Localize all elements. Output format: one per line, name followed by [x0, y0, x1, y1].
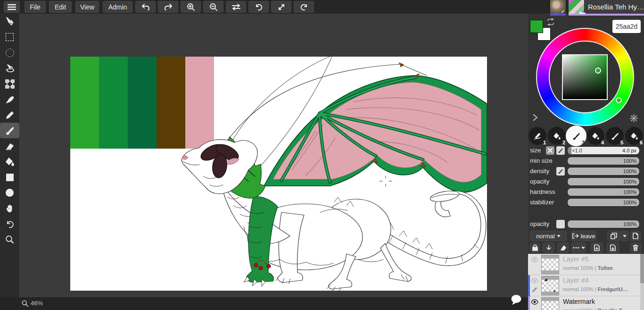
duplicate-layer-button[interactable]	[607, 231, 620, 241]
reset-rotation-button[interactable]	[294, 1, 314, 13]
min-size-value: 100%	[623, 158, 636, 164]
duplicate-options-button[interactable]	[620, 231, 628, 241]
swap-colors-icon[interactable]	[546, 18, 555, 25]
merge-down-button[interactable]	[543, 243, 554, 253]
chevron-down-icon	[581, 247, 585, 249]
layer-row-4[interactable]: Layer #4 normal 100% | FredgurlU…	[528, 275, 644, 296]
tool-fill[interactable]	[0, 154, 19, 169]
user-name-bar[interactable]: Rosellia Teh Hy…	[585, 0, 644, 14]
bucket-pen-icon	[591, 132, 600, 141]
brush-icon	[572, 132, 581, 141]
menu-view[interactable]: View	[75, 1, 99, 13]
hue-picker-dot[interactable]	[616, 97, 622, 103]
zoom-in-button[interactable]	[181, 1, 201, 13]
collaborator-avatar[interactable]: ✓	[550, 0, 566, 16]
tool-zoom[interactable]	[0, 232, 19, 247]
layer-name: Layer #4	[563, 276, 588, 284]
stabilizer-row: stabilizer 100%	[528, 198, 644, 207]
tool-move[interactable]	[0, 14, 19, 29]
min-size-label: min size	[530, 157, 553, 164]
layer-opacity-toggle[interactable]	[556, 220, 565, 228]
layer-list-scrollbar[interactable]	[640, 254, 644, 310]
brush-slot-4[interactable]: 4	[586, 127, 604, 145]
top-toolbar: File Edit View Admin	[0, 0, 644, 14]
brush-slot-1[interactable]: 1	[528, 127, 546, 145]
stabilizer-slider[interactable]: 100%	[567, 198, 640, 207]
brush-slot-3[interactable]: 3	[567, 127, 585, 145]
tool-lasso[interactable]	[0, 60, 19, 76]
layer-accent-bar	[528, 275, 530, 296]
tool-circle[interactable]	[0, 185, 19, 201]
menu-edit[interactable]: Edit	[49, 1, 72, 13]
brush-slot-2[interactable]: 2	[548, 127, 566, 145]
zoom-out-button[interactable]	[203, 1, 223, 13]
hardness-slider[interactable]: 100%	[567, 188, 640, 196]
collapse-panel-button[interactable]	[532, 114, 538, 123]
size-slider[interactable]: ×1.0 4.0 px	[567, 146, 640, 155]
brush-slot-5[interactable]: 5	[606, 127, 624, 145]
sv-picker-dot[interactable]	[595, 67, 601, 74]
drawing-canvas[interactable]	[70, 57, 487, 291]
menu-file[interactable]: File	[25, 1, 46, 13]
brush-cursor-crosshair	[380, 176, 392, 186]
tool-pan[interactable]	[0, 201, 19, 216]
clear-layer-button[interactable]	[557, 243, 569, 253]
rotate-ccw-button[interactable]	[248, 1, 269, 13]
delete-layer-button[interactable]	[630, 243, 641, 253]
layer-thumbnail	[541, 255, 559, 274]
density-pressure-toggle[interactable]	[556, 167, 565, 176]
fit-zoom-button[interactable]	[271, 1, 291, 13]
hamburger-menu-button[interactable]	[4, 1, 20, 13]
bucket-pen-icon	[630, 132, 639, 141]
layer-owner: Tuftee	[598, 265, 613, 271]
tool-rotate-canvas[interactable]	[0, 216, 19, 232]
density-slider[interactable]: 100%	[567, 167, 640, 176]
more-layer-options-button[interactable]	[571, 243, 586, 253]
import-layer-button[interactable]	[607, 243, 619, 253]
tool-rectangle[interactable]	[0, 169, 19, 185]
brush-slot-6[interactable]: 6	[625, 127, 643, 145]
eye-hidden-icon[interactable]	[531, 257, 538, 262]
hex-color-tooltip: 25aa2d	[612, 20, 641, 33]
tool-pencil[interactable]	[0, 107, 19, 123]
trash-icon	[633, 244, 638, 251]
blend-mode-select[interactable]: normal	[530, 231, 567, 241]
tool-select-ellipse[interactable]	[0, 45, 19, 60]
lock-layer-button[interactable]	[530, 243, 540, 253]
tool-select-rect[interactable]	[0, 29, 19, 45]
undo-button[interactable]	[135, 1, 156, 13]
eye-hidden-icon[interactable]	[531, 278, 538, 284]
size-clear-button[interactable]	[546, 146, 554, 155]
layer-row-5[interactable]: Layer #5 normal 100% | Tuftee	[528, 254, 644, 275]
magnifier-icon	[5, 235, 14, 244]
chat-bubble-icon[interactable]	[510, 294, 522, 306]
color-settings-button[interactable]	[630, 114, 638, 124]
fill-bucket-icon	[5, 157, 15, 167]
export-layer-button[interactable]	[591, 243, 603, 253]
tool-transform[interactable]	[0, 76, 19, 92]
layer-row-watermark[interactable]: Watermark normal 100% | Rosellia T…	[528, 296, 644, 310]
eye-visible-icon[interactable]	[531, 299, 538, 305]
swap-views-button[interactable]	[226, 1, 246, 13]
layer-opacity-slider[interactable]: 100%	[567, 220, 640, 228]
dragon-artwork	[70, 57, 487, 291]
zoom-indicator[interactable]: 46%	[22, 300, 43, 307]
hex-color-value: 25aa2d	[616, 23, 638, 30]
min-size-slider[interactable]: 100%	[567, 157, 640, 165]
layer-list-scrollbar-thumb[interactable]	[640, 254, 644, 283]
saturation-value-square[interactable]	[562, 54, 608, 100]
brush-icon	[558, 168, 563, 174]
menu-admin[interactable]: Admin	[103, 1, 132, 13]
leave-layer-button[interactable]: leave	[571, 231, 596, 241]
tool-eraser[interactable]	[0, 138, 19, 154]
opacity-slider[interactable]: 100%	[567, 177, 640, 186]
layer-opacity-label: opacity	[530, 220, 549, 227]
size-pressure-toggle[interactable]	[556, 146, 565, 155]
new-layer-button[interactable]	[630, 231, 641, 241]
hardness-label: hardness	[530, 188, 555, 195]
tool-marker[interactable]	[0, 92, 19, 107]
redo-button[interactable]	[158, 1, 178, 13]
tool-brush[interactable]	[0, 123, 19, 138]
layer-owner: Rosellia T…	[598, 308, 627, 310]
primary-color-chip[interactable]	[530, 20, 543, 33]
